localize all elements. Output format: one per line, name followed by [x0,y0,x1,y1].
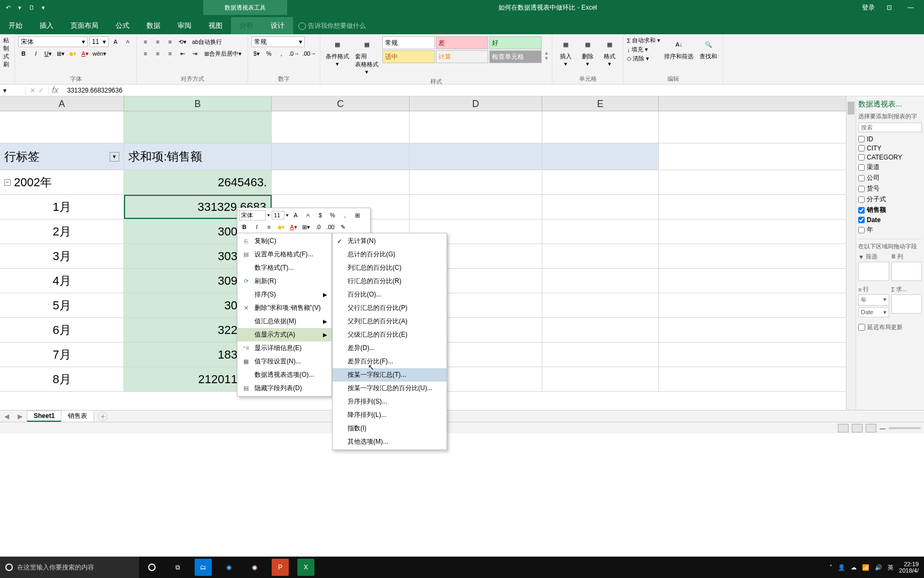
cell-month[interactable]: 6月 [0,318,124,342]
number-format-combo[interactable]: 常规▾ [251,36,305,47]
mini-brush-icon[interactable]: ✎ [337,222,348,232]
clear-button[interactable]: ◇ 清除 ▾ [627,55,660,63]
align-left-icon[interactable]: ≡ [140,48,151,59]
mini-border-icon[interactable]: ⊞▾ [301,222,311,232]
field-item[interactable]: Date [858,216,922,224]
menu-remove-field[interactable]: ✕删除"求和项:销售额"(V) [237,301,332,315]
fx-icon[interactable]: fx [49,86,61,95]
mini-inc-icon[interactable]: .00 [325,222,336,232]
align-mid-icon[interactable]: ≡ [152,36,163,47]
sub-grand-pct[interactable]: 总计的百分比(G) [333,248,446,261]
align-center-icon[interactable]: ≡ [152,48,163,59]
style-good[interactable]: 好 [489,36,542,49]
tab-analyze[interactable]: 分析 [231,17,262,34]
fill-button[interactable]: ↓ 填充 ▾ [627,45,660,54]
cortana-ring-icon[interactable] [143,559,160,576]
style-calc[interactable]: 计算 [436,50,488,63]
menu-summarize-by[interactable]: 值汇总依据(M)▶ [237,315,332,328]
cell-month[interactable]: 5月 [0,293,124,317]
percent-icon[interactable]: % [264,48,274,59]
field-item[interactable]: 分子式 [858,195,922,204]
align-top-icon[interactable]: ≡ [140,36,151,47]
inc-decimal-icon[interactable]: .0→ [288,48,300,59]
cell-month[interactable]: 8月 [0,367,124,391]
sub-rank-asc[interactable]: 升序排列(S)... [333,395,446,408]
sheet-nav-prev-icon[interactable]: ◀ [0,413,13,420]
menu-hide-field-list[interactable]: ▤隐藏字段列表(D) [237,382,332,395]
tab-formula[interactable]: 公式 [107,17,138,34]
sub-pct[interactable]: 百分比(O)... [333,288,446,301]
sub-index[interactable]: 指数(I) [333,422,446,435]
mini-comma-icon[interactable]: , [340,210,350,220]
sub-running-total[interactable]: 按某一字段汇总(T)... [333,368,446,382]
decrease-font-icon[interactable]: A [122,36,133,47]
pivot-value-header[interactable]: 求和项:销售额 [124,143,272,170]
cell-month[interactable]: 7月 [0,343,124,367]
tab-view[interactable]: 视图 [200,17,231,34]
tab-data[interactable]: 数据 [138,17,169,34]
dec-decimal-icon[interactable]: .00→ [302,48,317,59]
delete-cells-button[interactable]: ▦删除▾ [578,36,598,69]
insert-cells-button[interactable]: ▦插入▾ [556,36,576,69]
style-scroll-down-icon[interactable]: ▼ [544,56,549,61]
sub-running-pct[interactable]: 按某一字段汇总的百分比(U)... [333,382,446,395]
comma-icon[interactable]: , [276,48,287,59]
sub-col-pct[interactable]: 列汇总的百分比(C) [333,261,446,275]
sort-filter-button[interactable]: A↓排序和筛选 [662,36,696,64]
mini-align-icon[interactable]: ≡ [264,222,274,232]
powerpoint-icon[interactable]: P [272,559,289,576]
fill-color-button[interactable]: ◆▾ [67,48,78,59]
task-view-icon[interactable]: ⧉ [169,559,186,576]
add-sheet-button[interactable]: + [98,412,107,421]
clock-date[interactable]: 2018/4/ [899,567,919,574]
mini-font-combo[interactable]: 宋体 [239,210,266,220]
accounting-icon[interactable]: $▾ [251,48,262,59]
italic-button[interactable]: I [30,48,41,59]
mini-size-combo[interactable]: 11 [272,211,284,219]
zoom-slider[interactable] [889,427,921,429]
cancel-icon[interactable]: ✕ [30,87,35,94]
field-item[interactable]: 渠道 [858,163,922,172]
volume-icon[interactable]: 🔊 [875,564,882,571]
format-as-table-button[interactable]: ▦套用 表格格式▾ [353,36,381,77]
field-search-input[interactable] [858,123,922,132]
align-bot-icon[interactable]: ≡ [165,36,175,47]
mini-bold-icon[interactable]: B [239,222,250,232]
name-box[interactable]: ▾ [0,87,26,94]
increase-font-icon[interactable]: A [110,36,121,47]
menu-show-details[interactable]: ⁺≡显示详细信息(E) [237,341,332,355]
border-button[interactable]: ⊞▾ [55,48,66,59]
chrome-icon[interactable]: ◉ [246,559,263,576]
pivot-row-header[interactable]: 行标签▾ [0,143,124,170]
menu-refresh[interactable]: ⟳刷新(R) [237,275,332,288]
sheet-tab-2[interactable]: 销售表 [61,410,94,422]
find-button[interactable]: 🔍查找和 [697,36,719,64]
mini-font-color-icon[interactable]: A▾ [288,222,299,232]
filter-area[interactable] [858,262,889,281]
merge-button[interactable]: ⊞ 合并后居中▾ [202,48,244,59]
sub-parent-row[interactable]: 父行汇总的百分比(P) [333,301,446,315]
conditional-format-button[interactable]: ▦条件格式▾ [324,36,351,77]
sub-row-pct[interactable]: 行汇总的百分比(R) [333,275,446,288]
mini-percent-icon[interactable]: % [327,210,338,220]
paste-button[interactable]: 粘制式刷 [3,36,11,69]
page-break-view-icon[interactable] [866,424,876,432]
tab-review[interactable]: 审阅 [169,17,200,34]
col-header-c[interactable]: C [272,96,410,111]
col-header-b[interactable]: B [124,96,272,111]
field-item[interactable]: CATEGORY [858,154,922,161]
mini-shrink-font-icon[interactable]: A [303,210,313,220]
mini-italic-icon[interactable]: I [251,222,262,232]
style-normal[interactable]: 常规 [382,36,435,49]
defer-layout-checkbox[interactable]: 延迟布局更新 [858,323,922,331]
sub-pct-diff[interactable]: 差异百分比(F)... [333,355,446,368]
tray-up-icon[interactable]: ˄ [829,564,833,571]
format-cells-button[interactable]: ▦格式▾ [599,36,620,69]
field-item[interactable]: CITY [858,144,922,152]
tell-me-search[interactable]: 告诉我你想要做什么 [298,21,366,34]
field-item[interactable]: 公司 [858,173,922,182]
normal-view-icon[interactable] [838,424,849,432]
bold-button[interactable]: B [18,48,29,59]
field-item[interactable]: 货号 [858,184,922,193]
col-header-e[interactable]: E [542,96,659,111]
